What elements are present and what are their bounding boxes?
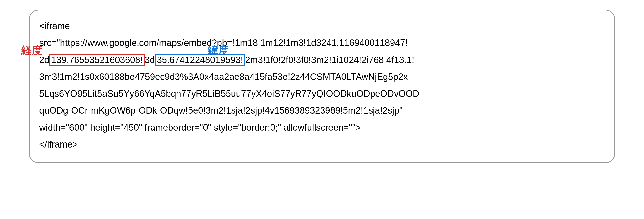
code-text: width="600" height="450" frameborder="0"… bbox=[39, 122, 361, 133]
longitude-value: 139.76553521603608! bbox=[51, 55, 142, 65]
latitude-value: 35.67412248019593! bbox=[157, 55, 243, 65]
code-line-1: <iframe bbox=[39, 18, 605, 35]
code-snippet-box: 経度 緯度 <iframe src="https://www.google.co… bbox=[29, 10, 615, 163]
longitude-label: 経度 bbox=[21, 41, 42, 60]
code-line-3: 2d139.76553521603608!3d35.67412248019593… bbox=[39, 52, 605, 68]
code-text: <iframe bbox=[39, 21, 70, 31]
code-line-5: 5Lqs6YO95Lit5aSu5Yy66YqA5bqn77yR5LiB55uu… bbox=[39, 85, 605, 102]
code-text: 3m3!1m2!1s0x60188be4759ec9d3%3A0x4aa2ae8… bbox=[39, 72, 408, 82]
code-text: 2m3!1f0!2f0!3f0!3m2!1i1024!2i768!4f13.1! bbox=[245, 55, 414, 65]
code-line-4: 3m3!1m2!1s0x60188be4759ec9d3%3A0x4aa2ae8… bbox=[39, 68, 605, 85]
latitude-label: 緯度 bbox=[208, 41, 229, 60]
latitude-highlight: 35.67412248019593! bbox=[155, 54, 245, 67]
code-text: </iframe> bbox=[39, 139, 78, 149]
longitude-highlight: 139.76553521603608! bbox=[49, 54, 144, 67]
code-text: 3d bbox=[145, 55, 155, 65]
code-line-2: src="https://www.google.com/maps/embed?p… bbox=[39, 35, 605, 51]
code-line-7: width="600" height="450" frameborder="0"… bbox=[39, 119, 605, 136]
code-line-8: </iframe> bbox=[39, 136, 605, 153]
code-content: 経度 緯度 <iframe src="https://www.google.co… bbox=[39, 18, 605, 153]
code-line-6: quODg-OCr-mKgOW6p-ODk-ODqw!5e0!3m2!1sja!… bbox=[39, 102, 605, 119]
code-text: quODg-OCr-mKgOW6p-ODk-ODqw!5e0!3m2!1sja!… bbox=[39, 105, 402, 116]
code-text: 5Lqs6YO95Lit5aSu5Yy66YqA5bqn77yR5LiB55uu… bbox=[39, 89, 420, 99]
